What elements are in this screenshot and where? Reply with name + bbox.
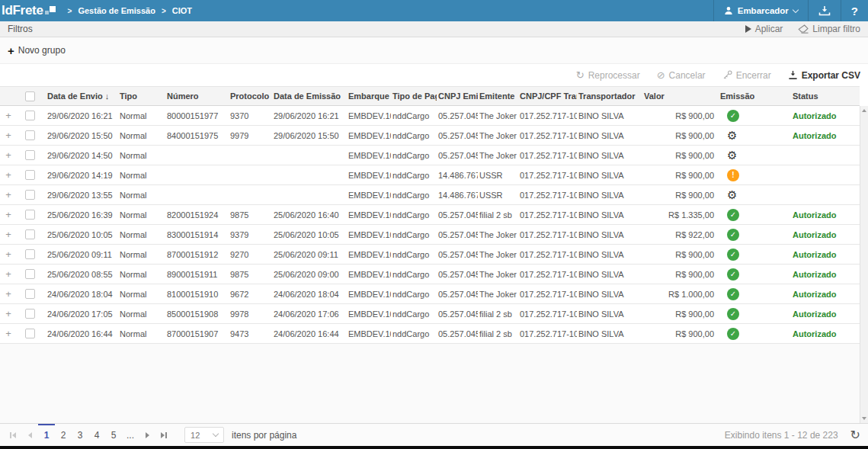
cell-cnpj-cpf-transportador: 017.252.717-10: [518, 230, 577, 239]
download-button[interactable]: [808, 0, 841, 21]
logo-squares-icon: [45, 5, 56, 17]
cell-embarque: EMBDEV.104817: [347, 210, 391, 220]
scroll-down-icon[interactable]: [862, 417, 866, 420]
first-page-button[interactable]: [5, 424, 21, 446]
breadcrumb-item-gestao-de-emissao[interactable]: Gestão de Emissão: [78, 6, 155, 15]
cell-valor: R$ 922,00: [642, 230, 719, 239]
expand-row-button[interactable]: +: [0, 110, 17, 121]
filters-panel-header[interactable]: Filtros Aplicar Limpar filtro: [0, 21, 868, 37]
next-page-button[interactable]: [139, 424, 155, 446]
apply-filter-button[interactable]: Aplicar: [745, 24, 783, 34]
row-checkbox[interactable]: [25, 289, 35, 299]
cell-valor: R$ 900,00: [642, 250, 719, 259]
page-button-5[interactable]: 5: [105, 424, 122, 446]
page-button-1[interactable]: 1: [38, 424, 55, 446]
emission-gear-icon: ⚙: [727, 130, 737, 141]
cell-emitente: filial 2 sb: [478, 329, 518, 338]
column-header-transportador[interactable]: Transportador: [577, 91, 642, 101]
row-checkbox[interactable]: [25, 229, 35, 239]
reprocess-button[interactable]: ↻ Reprocessar: [576, 70, 640, 81]
refresh-button[interactable]: ↻: [850, 429, 860, 441]
expand-row-button[interactable]: +: [0, 209, 17, 220]
cell-data-emissao: 25/06/2020 16:40: [272, 210, 347, 220]
cell-data-emissao: 29/06/2020 16:21: [272, 111, 347, 120]
row-checkbox[interactable]: [25, 269, 35, 279]
expand-row-button[interactable]: +: [0, 328, 17, 339]
cell-data-emissao: 24/06/2020 18:04: [272, 290, 347, 299]
cell-numero: 81000151910: [165, 290, 229, 299]
page-button-2[interactable]: 2: [55, 424, 72, 446]
row-checkbox[interactable]: [25, 150, 35, 160]
column-header-tipo[interactable]: Tipo: [118, 91, 165, 101]
refresh-icon: ↻: [850, 428, 860, 441]
user-role-menu[interactable]: Embarcador: [713, 0, 808, 21]
row-checkbox[interactable]: [25, 111, 35, 120]
row-checkbox[interactable]: [25, 309, 35, 319]
expand-row-button[interactable]: +: [0, 288, 17, 300]
cell-status: Autorizado: [791, 131, 860, 140]
cell-numero: 87000151912: [165, 250, 229, 259]
column-header-protocolo[interactable]: Protocolo: [229, 91, 272, 101]
row-checkbox[interactable]: [25, 170, 35, 180]
column-header-emitente[interactable]: Emitente: [478, 91, 518, 101]
vertical-scrollbar[interactable]: [860, 106, 868, 423]
emission-success-icon: ✓: [727, 229, 739, 241]
row-checkbox[interactable]: [25, 249, 35, 259]
cell-status: Autorizado: [791, 230, 860, 239]
finish-label: Encerrar: [736, 70, 771, 81]
expand-row-button[interactable]: +: [0, 308, 17, 319]
row-checkbox[interactable]: [25, 190, 35, 200]
cell-embarque: EMBDEV.104799: [347, 250, 391, 259]
help-button[interactable]: ?: [841, 0, 868, 21]
column-header-emissao[interactable]: Emissão: [719, 91, 791, 101]
row-checkbox[interactable]: [25, 210, 35, 220]
breadcrumb: > Gestão de Emissão > CIOT: [68, 0, 192, 21]
cell-cnpj-cpf-transportador: 017.252.717-10: [518, 329, 577, 338]
export-csv-button[interactable]: Exportar CSV: [788, 70, 860, 81]
cell-cnpj-cpf-transportador: 017.252.717-10: [518, 250, 577, 259]
breadcrumb-item-ciot[interactable]: CIOT: [172, 6, 192, 15]
cancel-button[interactable]: ⊘ Cancelar: [657, 70, 706, 81]
expand-row-button[interactable]: +: [0, 249, 17, 260]
page-button-3[interactable]: 3: [72, 424, 88, 446]
page-size-select[interactable]: 12: [184, 427, 224, 443]
row-checkbox[interactable]: [25, 329, 35, 338]
previous-page-button[interactable]: [21, 424, 38, 446]
cancel-icon: ⊘: [657, 70, 665, 80]
page-button-4[interactable]: 4: [88, 424, 105, 446]
new-filter-group-button[interactable]: + Novo grupo: [8, 45, 66, 56]
column-header-data-emissao[interactable]: Data de Emissão: [272, 91, 347, 101]
column-header-embarque[interactable]: Embarque: [347, 91, 391, 101]
finish-button[interactable]: Encerrar: [722, 70, 771, 81]
expand-row-button[interactable]: +: [0, 189, 17, 200]
column-header-valor[interactable]: Valor: [642, 91, 719, 101]
expand-row-button[interactable]: +: [0, 149, 17, 161]
expand-row-button[interactable]: +: [0, 229, 17, 240]
cell-tipo-pagamento: nddCargo: [391, 111, 437, 120]
page-button-...[interactable]: ...: [122, 424, 139, 446]
select-all-header: [17, 91, 46, 101]
expand-row-button[interactable]: +: [0, 268, 17, 280]
cell-tipo-pagamento: nddCargo: [391, 290, 437, 299]
row-checkbox[interactable]: [25, 130, 35, 140]
cell-cnpj-emitente: 05.257.045/0...: [437, 230, 478, 239]
column-header-numero[interactable]: Número: [165, 91, 229, 101]
cell-valor: R$ 1.000,00: [642, 290, 719, 299]
column-header-status[interactable]: Status: [791, 91, 860, 101]
emission-success-icon: ✓: [727, 288, 739, 300]
clear-filter-button[interactable]: Limpar filtro: [798, 24, 860, 34]
last-page-button[interactable]: [155, 424, 172, 446]
column-header-tipo-pagamento[interactable]: Tipo de Paga...: [391, 91, 437, 101]
column-header-cnpj-emitente[interactable]: CNPJ Emite...: [437, 91, 478, 101]
scroll-up-icon[interactable]: [862, 109, 866, 112]
expand-row-button[interactable]: +: [0, 130, 17, 141]
select-all-checkbox[interactable]: [25, 91, 35, 101]
apply-filter-label: Aplicar: [755, 24, 783, 34]
expand-row-button[interactable]: +: [0, 169, 17, 181]
chevron-down-icon: [793, 6, 799, 12]
cell-data-emissao: 25/06/2020 09:11: [272, 250, 347, 259]
column-header-data-envio[interactable]: Data de Envio ↓: [46, 91, 118, 101]
items-range-summary: Exibindo itens 1 - 12 de 223: [725, 430, 838, 441]
column-header-cnpj-cpf-transportador[interactable]: CNPJ/CPF Transp...: [518, 91, 577, 101]
emission-success-icon: ✓: [727, 308, 739, 320]
